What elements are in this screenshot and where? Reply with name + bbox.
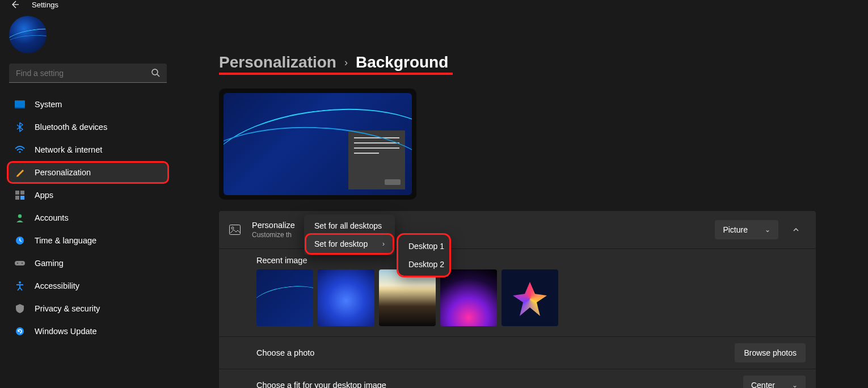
row-title-text: Personalize — [252, 221, 295, 230]
sidebar-item-label: Bluetooth & devices — [35, 123, 107, 132]
svg-rect-15 — [230, 225, 241, 235]
svg-point-12 — [22, 263, 23, 264]
sidebar-item-label: Gaming — [35, 259, 64, 268]
recent-image-thumb[interactable] — [318, 269, 374, 326]
sidebar-item-time[interactable]: Time & language — [7, 229, 169, 252]
sidebar-item-label: Apps — [35, 191, 53, 200]
sidebar-item-accessibility[interactable]: Accessibility — [7, 275, 169, 297]
chevron-down-icon: ⌄ — [792, 381, 798, 388]
recent-image-thumb[interactable] — [379, 269, 436, 326]
search-input-wrapper — [9, 64, 167, 83]
sidebar-item-label: Privacy & security — [35, 304, 100, 313]
dropdown-value: Picture — [723, 225, 748, 234]
person-icon — [14, 212, 26, 223]
search-input[interactable] — [9, 64, 167, 83]
chevron-down-icon: ⌄ — [765, 226, 770, 234]
sidebar-item-accounts[interactable]: Accounts — [7, 206, 169, 229]
context-submenu: Desktop 1 Desktop 2 — [398, 235, 449, 276]
context-menu-item-all-desktops[interactable]: Set for all desktops — [306, 217, 393, 235]
recent-image-thumb[interactable] — [256, 269, 313, 326]
dropdown-value: Center — [751, 381, 775, 388]
search-icon — [151, 68, 160, 77]
sidebar-item-label: Windows Update — [35, 327, 97, 336]
sidebar-item-label: Network & internet — [35, 145, 102, 154]
update-icon — [14, 326, 26, 337]
choose-fit-label: Choose a fit for your desktop image — [256, 381, 386, 388]
expand-button[interactable] — [786, 220, 806, 239]
sidebar-item-privacy[interactable]: Privacy & security — [7, 297, 169, 320]
context-menu-item-set-for-desktop[interactable]: Set for desktop › — [306, 235, 393, 253]
sidebar-item-network[interactable]: Network & internet — [7, 138, 169, 161]
svg-point-8 — [18, 214, 22, 218]
fit-dropdown[interactable]: Center ⌄ — [743, 376, 806, 388]
gamepad-icon — [14, 258, 26, 269]
breadcrumb: Personalization › Background — [219, 53, 817, 71]
sidebar-item-label: Accounts — [35, 213, 69, 222]
bluetooth-icon — [14, 121, 26, 133]
svg-rect-4 — [15, 191, 19, 195]
recent-image-thumb[interactable] — [502, 269, 558, 326]
browse-photos-button[interactable]: Browse photos — [735, 343, 806, 362]
background-type-dropdown[interactable]: Picture ⌄ — [715, 220, 778, 239]
paintbrush-icon — [14, 167, 26, 178]
sidebar-item-system[interactable]: System — [7, 93, 169, 116]
shield-icon — [14, 303, 26, 314]
sidebar-item-label: Accessibility — [35, 281, 79, 290]
sidebar-item-label: Time & language — [35, 236, 96, 245]
breadcrumb-current: Background — [356, 53, 448, 71]
svg-rect-6 — [15, 196, 19, 200]
recent-image-thumb[interactable] — [440, 269, 497, 326]
svg-point-3 — [19, 151, 20, 153]
avatar[interactable] — [9, 16, 47, 53]
context-submenu-item-desktop-2[interactable]: Desktop 2 — [401, 255, 447, 273]
clock-icon — [14, 235, 26, 246]
wifi-icon — [14, 144, 26, 155]
chevron-right-icon: › — [344, 57, 348, 69]
svg-point-13 — [19, 281, 21, 284]
accessibility-icon — [14, 280, 26, 292]
svg-point-16 — [231, 227, 234, 229]
sidebar-item-label: Personalization — [35, 168, 91, 177]
background-preview — [219, 88, 416, 200]
monitor-icon — [14, 99, 26, 110]
recent-images-label: Recent image — [256, 256, 806, 265]
row-subtitle-text: Customize th — [252, 231, 292, 239]
context-menu: Set for all desktops Set for desktop › — [304, 214, 395, 255]
sidebar-item-update[interactable]: Windows Update — [7, 320, 169, 343]
sidebar-item-gaming[interactable]: Gaming — [7, 252, 169, 275]
sidebar-item-personalization[interactable]: Personalization — [7, 161, 169, 184]
sidebar-item-apps[interactable]: Apps — [7, 184, 169, 206]
svg-rect-5 — [20, 191, 24, 195]
back-icon[interactable] — [10, 0, 19, 9]
chevron-right-icon: › — [382, 240, 385, 248]
breadcrumb-parent[interactable]: Personalization — [219, 53, 336, 71]
context-submenu-item-desktop-1[interactable]: Desktop 1 — [401, 237, 447, 255]
svg-point-0 — [152, 69, 158, 75]
svg-point-11 — [17, 263, 18, 264]
svg-rect-10 — [15, 261, 25, 265]
svg-rect-7 — [20, 196, 24, 200]
sidebar-item-bluetooth[interactable]: Bluetooth & devices — [7, 116, 169, 138]
choose-photo-label: Choose a photo — [256, 348, 314, 357]
choose-photo-row: Choose a photo Browse photos — [219, 337, 816, 369]
choose-fit-row: Choose a fit for your desktop image Cent… — [219, 369, 816, 388]
sidebar-item-label: System — [35, 100, 62, 109]
svg-rect-2 — [15, 107, 25, 108]
apps-icon — [14, 189, 26, 201]
app-title: Settings — [32, 1, 58, 9]
svg-rect-1 — [15, 100, 25, 107]
image-icon — [229, 225, 242, 235]
